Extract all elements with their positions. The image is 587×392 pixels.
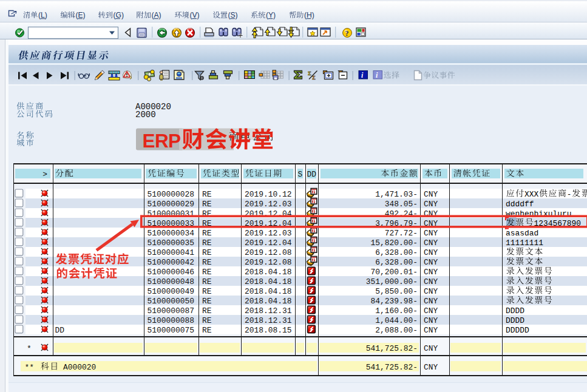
svg-text:2019.10.12: 2019.10.12 [245,190,292,199]
svg-text:Σ: Σ [308,70,311,76]
svg-text:RE: RE [202,248,212,257]
svg-text:5100000029: 5100000029 [148,200,195,209]
svg-text:RE: RE [202,306,212,316]
svg-text:(A): (A) [151,11,161,19]
svg-text:727.72-: 727.72- [385,229,418,238]
svg-text:11111111: 11111111 [506,238,543,248]
svg-text:1,044.00-: 1,044.00- [375,316,418,325]
svg-text:1,160.00-: 1,160.00- [375,306,418,316]
svg-text:84,239.98-: 84,239.98- [371,297,418,306]
svg-text:RE: RE [202,229,212,238]
svg-text:RE: RE [202,258,212,267]
svg-text:541,725.82-: 541,725.82- [366,363,418,372]
svg-text:CNY: CNY [424,238,438,248]
svg-text:ddddff: ddddff [506,200,534,209]
svg-text:2018.04.18: 2018.04.18 [245,268,292,277]
svg-text:ERP: ERP [143,130,181,152]
svg-text:RE: RE [202,326,212,335]
svg-text:2018.12.31: 2018.12.31 [245,316,292,325]
svg-text:2019.12.08: 2019.12.08 [245,258,292,267]
svg-text:CNY: CNY [424,363,438,372]
svg-text:DDDD: DDDD [506,316,524,325]
svg-text:(Y): (Y) [266,11,276,19]
svg-text:asasdad: asasdad [506,229,538,238]
svg-text:15,820.00-: 15,820.00- [371,238,418,248]
svg-text:CNY: CNY [424,306,438,316]
svg-text:DDDDD: DDDDD [506,326,529,335]
svg-text:CNY: CNY [424,277,438,286]
svg-text:5100000034: 5100000034 [148,229,195,238]
svg-text:DD: DD [55,326,65,335]
svg-text:2019.12.08: 2019.12.08 [245,248,292,257]
svg-text:A000020: A000020 [63,363,96,372]
svg-text:RE: RE [202,190,212,199]
svg-text:5100000042: 5100000042 [148,258,195,267]
svg-text:DDDD: DDDD [506,306,524,316]
svg-text:5100000075: 5100000075 [148,326,195,335]
svg-text:CNY: CNY [424,200,438,209]
svg-text:CNY: CNY [424,297,438,306]
svg-text:5,850.00-: 5,850.00- [375,287,418,296]
svg-text:348.05-: 348.05- [385,200,418,209]
svg-text:2019.12.04: 2019.12.04 [245,238,292,248]
svg-text:5100000049: 5100000049 [148,287,195,296]
svg-text:RE: RE [202,238,212,248]
svg-text:2018.04.18: 2018.04.18 [245,277,292,286]
svg-text:70,200.01-: 70,200.01- [371,268,418,277]
svg-text:CNY: CNY [424,258,438,267]
svg-text:CNY: CNY [424,268,438,277]
svg-text:RE: RE [202,268,212,277]
svg-text:2000: 2000 [135,110,156,120]
svg-text:2019.12.03: 2019.12.03 [245,200,292,209]
svg-text:CNY: CNY [424,248,438,257]
svg-text:5100000046: 5100000046 [148,268,195,277]
svg-text:5100000028: 5100000028 [148,190,195,199]
svg-text:2019.12.03: 2019.12.03 [245,229,292,238]
svg-text:6,328.00-: 6,328.00- [375,258,418,267]
svg-text:CNY: CNY [424,316,438,325]
svg-text:5100000048: 5100000048 [148,277,195,286]
svg-text:5100000041: 5100000041 [148,248,195,257]
svg-text:**: ** [25,363,35,372]
svg-text:541,725.82-: 541,725.82- [366,344,418,353]
svg-text:CNY: CNY [424,344,438,353]
svg-text:5100000035: 5100000035 [148,238,195,248]
svg-text:(H): (H) [304,11,314,19]
svg-text:5100000087: 5100000087 [148,306,195,316]
svg-text:RE: RE [202,297,212,306]
svg-text:2018.08.15: 2018.08.15 [245,326,292,335]
svg-text:(S): (S) [228,11,237,19]
svg-text:DD: DD [307,170,317,179]
svg-text:CNY: CNY [424,229,438,238]
svg-text:2018.04.18: 2018.04.18 [245,297,292,306]
svg-text:(E): (E) [75,11,85,19]
svg-text:RE: RE [202,277,212,286]
svg-text:6,328.00-: 6,328.00- [375,248,418,257]
svg-text:1,471.03-: 1,471.03- [375,190,418,199]
svg-text:5100000050: 5100000050 [148,297,195,306]
svg-text:CNY: CNY [424,287,438,296]
svg-text:CNY: CNY [424,190,438,199]
svg-text:-: - [567,190,572,199]
svg-text:(G): (G) [113,11,124,19]
svg-text:2018.04.18: 2018.04.18 [245,287,292,296]
svg-text:(L): (L) [38,11,47,19]
svg-text:>: > [42,170,47,179]
svg-text:351,000.00-: 351,000.00- [366,277,418,286]
svg-text:RE: RE [202,200,212,209]
svg-text:2018.12.31: 2018.12.31 [245,306,292,316]
svg-text:(V): (V) [189,11,199,19]
svg-text:*: * [27,344,32,353]
svg-text:CNY: CNY [424,326,438,335]
svg-text:XXX: XXX [524,190,538,199]
svg-text:RE: RE [202,287,212,296]
svg-text:2,088.00-: 2,088.00- [375,326,418,335]
svg-text:S: S [298,170,303,179]
svg-text:?: ? [345,29,349,38]
svg-text:RE: RE [202,316,212,325]
svg-text:5100000088: 5100000088 [148,316,195,325]
